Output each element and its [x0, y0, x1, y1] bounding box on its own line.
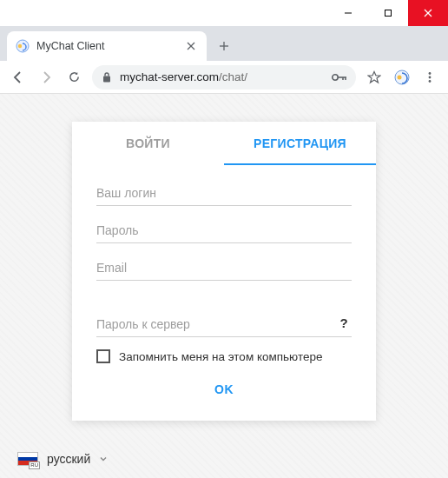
svg-rect-1 — [385, 10, 392, 17]
address-host: mychat-server.com — [120, 70, 219, 83]
flag-ru-icon: RU — [17, 452, 38, 466]
browser-tabstrip: MyChat Client — [0, 26, 448, 61]
new-tab-button[interactable] — [212, 34, 236, 58]
favicon-icon — [16, 39, 30, 53]
nav-back-button[interactable] — [5, 64, 31, 90]
browser-menu-button[interactable] — [417, 64, 443, 90]
tab-close-button[interactable] — [184, 39, 198, 53]
password-input[interactable] — [96, 218, 352, 243]
browser-tab-title: MyChat Client — [36, 40, 179, 52]
remember-label: Запомнить меня на этом компьютере — [119, 350, 322, 363]
bookmark-star-button[interactable] — [361, 64, 387, 90]
window-minimize-button[interactable] — [328, 0, 368, 26]
extension-icon — [393, 69, 411, 86]
chevron-down-icon — [99, 452, 108, 466]
server-password-input[interactable] — [96, 312, 352, 337]
browser-tab-active[interactable]: MyChat Client — [7, 31, 207, 61]
nav-reload-button[interactable] — [61, 64, 87, 90]
language-label: русский — [47, 452, 90, 466]
address-bar[interactable]: mychat-server.com/chat/ — [92, 65, 356, 90]
browser-window: MyChat Client mychat-server.com/chat/ — [0, 0, 448, 478]
remember-checkbox[interactable] — [96, 349, 110, 363]
window-close-button[interactable] — [408, 0, 448, 26]
tab-login[interactable]: ВОЙТИ — [72, 122, 224, 165]
field-server-password: ? — [96, 312, 352, 337]
address-path: /chat/ — [219, 70, 247, 83]
nav-forward-button[interactable] — [33, 64, 59, 90]
svg-point-16 — [398, 75, 402, 79]
language-selector[interactable]: RU русский — [17, 452, 108, 466]
field-login — [96, 181, 352, 206]
saved-password-icon[interactable] — [332, 73, 347, 82]
window-titlebar — [0, 0, 448, 26]
svg-point-11 — [333, 74, 338, 79]
email-input[interactable] — [96, 256, 352, 281]
ok-button[interactable]: OK — [214, 382, 234, 396]
remember-me-row[interactable]: Запомнить меня на этом компьютере — [96, 349, 352, 363]
auth-tabs: ВОЙТИ РЕГИСТРАЦИЯ — [72, 122, 376, 165]
svg-point-19 — [429, 80, 432, 83]
svg-point-5 — [18, 44, 22, 48]
field-email — [96, 256, 352, 281]
svg-rect-10 — [103, 76, 110, 83]
tab-register[interactable]: РЕГИСТРАЦИЯ — [224, 122, 376, 165]
auth-card: ВОЙТИ РЕГИСТРАЦИЯ ? — [72, 122, 376, 421]
window-maximize-button[interactable] — [368, 0, 408, 26]
page-content: ВОЙТИ РЕГИСТРАЦИЯ ? — [0, 94, 448, 478]
server-password-help-icon[interactable]: ? — [336, 315, 352, 330]
extension-button[interactable] — [389, 64, 415, 90]
lock-icon — [101, 71, 113, 83]
browser-toolbar: mychat-server.com/chat/ — [0, 61, 448, 94]
svg-point-18 — [429, 76, 432, 78]
field-password — [96, 218, 352, 243]
login-input[interactable] — [96, 181, 352, 206]
flag-code: RU — [29, 461, 40, 469]
register-form: ? Запомнить меня на этом компьютере OK — [72, 165, 376, 421]
svg-point-17 — [429, 72, 432, 75]
